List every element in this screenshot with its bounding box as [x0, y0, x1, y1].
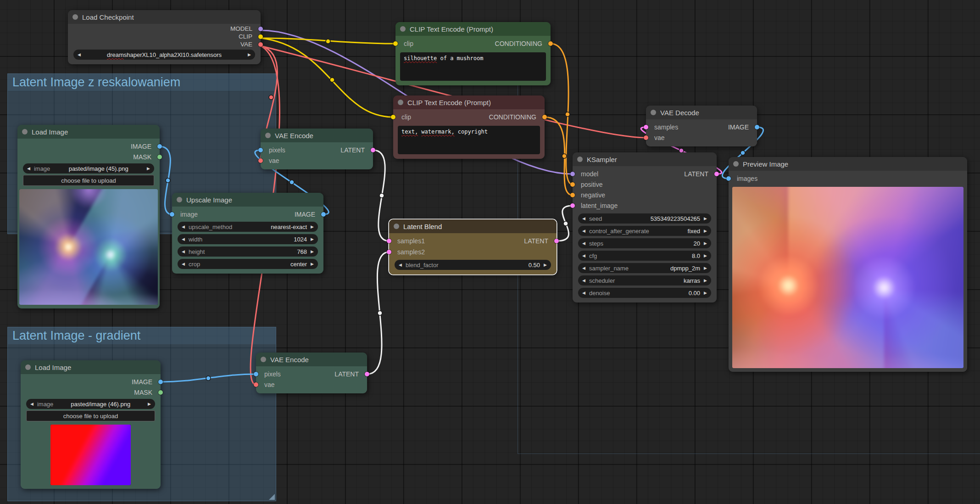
- node-load-image-1[interactable]: Load Image IMAGE MASK ◀ image pasted/ima…: [17, 125, 160, 308]
- slot-negative-input[interactable]: [570, 193, 575, 197]
- collapse-toggle-icon[interactable]: [72, 14, 78, 20]
- combo-right-arrow-icon[interactable]: ▶: [147, 166, 150, 171]
- combo-right-arrow-icon[interactable]: ▶: [704, 278, 707, 283]
- node-header[interactable]: Preview Image: [729, 157, 967, 171]
- combo-left-arrow-icon[interactable]: ◀: [182, 224, 185, 229]
- upscale-method-combo[interactable]: ◀ upscale_method nearest-exact ▶: [178, 222, 318, 232]
- slot-model-input[interactable]: [570, 172, 575, 176]
- slot-latent-output[interactable]: [365, 372, 369, 376]
- scheduler-combo[interactable]: ◀ scheduler karras ▶: [578, 275, 711, 286]
- collapse-toggle-icon[interactable]: [265, 133, 271, 138]
- slot-model-output[interactable]: [258, 27, 263, 31]
- combo-right-arrow-icon[interactable]: ▶: [311, 262, 314, 266]
- combo-left-arrow-icon[interactable]: ◀: [182, 237, 185, 241]
- slot-clip-input[interactable]: [393, 41, 398, 46]
- slot-pixels-input[interactable]: [254, 372, 258, 376]
- slot-latent-output[interactable]: [554, 239, 559, 243]
- slot-image-output[interactable]: [158, 380, 163, 384]
- node-header[interactable]: VAE Decode: [646, 106, 757, 119]
- combo-left-arrow-icon[interactable]: ◀: [582, 216, 585, 221]
- combo-left-arrow-icon[interactable]: ◀: [30, 402, 33, 406]
- combo-left-arrow-icon[interactable]: ◀: [582, 229, 585, 233]
- slot-latent-image-input[interactable]: [570, 203, 575, 208]
- slot-image-input[interactable]: [170, 212, 174, 217]
- node-header[interactable]: KSampler: [573, 152, 717, 166]
- combo-right-arrow-icon[interactable]: ▶: [248, 52, 251, 57]
- combo-left-arrow-icon[interactable]: ◀: [582, 266, 585, 270]
- slot-pixels-input[interactable]: [258, 148, 263, 152]
- slot-mask-output[interactable]: [158, 390, 163, 395]
- node-latent-blend[interactable]: Latent Blend samples1 LATENT samples2 ◀ …: [389, 219, 557, 274]
- node-header[interactable]: VAE Encode: [261, 129, 373, 142]
- wire-positive-conditioning[interactable]: [551, 44, 573, 185]
- combo-right-arrow-icon[interactable]: ▶: [148, 402, 151, 406]
- slot-clip-output[interactable]: [258, 34, 263, 39]
- combo-left-arrow-icon[interactable]: ◀: [582, 291, 585, 295]
- node-upscale-image[interactable]: Upscale Image image IMAGE ◀ upscale_meth…: [172, 193, 323, 274]
- choose-file-button[interactable]: choose file to upload: [23, 175, 154, 186]
- combo-right-arrow-icon[interactable]: ▶: [704, 266, 707, 270]
- wire-latent-to-blend1[interactable]: [373, 150, 389, 241]
- combo-right-arrow-icon[interactable]: ▶: [311, 224, 314, 229]
- node-ksampler[interactable]: KSampler model LATENT positive negative …: [573, 152, 717, 302]
- slot-vae-input[interactable]: [258, 158, 263, 163]
- group-title[interactable]: Latent Image - gradient: [8, 327, 276, 344]
- node-header[interactable]: Load Checkpoint: [68, 10, 261, 24]
- slot-image-output[interactable]: [157, 144, 162, 149]
- slot-images-input[interactable]: [726, 176, 731, 181]
- node-load-image-2[interactable]: Load Image IMAGE MASK ◀ image pasted/ima…: [21, 360, 161, 489]
- seed-stepper[interactable]: ◀ seed 535349223504265 ▶: [578, 213, 711, 224]
- slot-vae-output[interactable]: [258, 42, 263, 47]
- image-file-combo[interactable]: ◀ image pasted/image (46).png ▶: [26, 399, 155, 409]
- slot-image-output[interactable]: [321, 212, 326, 217]
- wire-blend-to-ksampler[interactable]: [557, 206, 573, 241]
- slot-samples-input[interactable]: [644, 125, 648, 129]
- combo-right-arrow-icon[interactable]: ▶: [311, 249, 314, 254]
- combo-left-arrow-icon[interactable]: ◀: [582, 241, 585, 246]
- combo-left-arrow-icon[interactable]: ◀: [582, 253, 585, 258]
- blend-factor-stepper[interactable]: ◀ blend_factor 0.50 ▶: [395, 260, 551, 270]
- cfg-stepper[interactable]: ◀ cfg 8.0 ▶: [578, 251, 711, 261]
- collapse-toggle-icon[interactable]: [577, 157, 583, 162]
- combo-left-arrow-icon[interactable]: ◀: [78, 52, 81, 57]
- slot-mask-output[interactable]: [157, 155, 162, 159]
- node-graph-canvas[interactable]: Latent Image z reskalowaniem Latent Imag…: [0, 0, 980, 504]
- combo-right-arrow-icon[interactable]: ▶: [704, 253, 707, 258]
- prompt-textarea[interactable]: silhouette of a mushroom: [400, 52, 546, 81]
- collapse-toggle-icon[interactable]: [177, 197, 182, 202]
- combo-right-arrow-icon[interactable]: ▶: [704, 241, 707, 246]
- slot-conditioning-output[interactable]: [542, 115, 547, 119]
- image-file-combo[interactable]: ◀ image pasted/image (45).png ▶: [23, 163, 154, 174]
- collapse-toggle-icon[interactable]: [651, 110, 656, 115]
- combo-left-arrow-icon[interactable]: ◀: [399, 263, 402, 267]
- collapse-toggle-icon[interactable]: [733, 161, 739, 167]
- sampler-name-combo[interactable]: ◀ sampler_name dpmpp_2m ▶: [578, 263, 711, 273]
- group-resize-handle[interactable]: [269, 494, 275, 500]
- node-header[interactable]: Upscale Image: [172, 193, 323, 207]
- control-after-generate-combo[interactable]: ◀ control_after_generate fixed ▶: [578, 226, 711, 236]
- slot-vae-input[interactable]: [254, 382, 258, 387]
- node-header[interactable]: CLIP Text Encode (Prompt): [393, 95, 545, 109]
- collapse-toggle-icon[interactable]: [22, 129, 28, 134]
- slot-vae-input[interactable]: [644, 135, 648, 140]
- denoise-stepper[interactable]: ◀ denoise 0.00 ▶: [578, 288, 711, 298]
- slot-samples2-input[interactable]: [387, 250, 391, 254]
- combo-right-arrow-icon[interactable]: ▶: [704, 229, 707, 233]
- collapse-toggle-icon[interactable]: [400, 26, 406, 32]
- slot-conditioning-output[interactable]: [548, 41, 553, 46]
- slot-positive-input[interactable]: [570, 182, 575, 187]
- choose-file-button[interactable]: choose file to upload: [26, 410, 155, 421]
- slot-clip-input[interactable]: [391, 115, 395, 119]
- collapse-toggle-icon[interactable]: [261, 357, 266, 362]
- node-vae-encode-2[interactable]: VAE Encode pixels LATENT vae: [256, 353, 367, 393]
- node-header[interactable]: Load Image: [17, 125, 160, 139]
- combo-left-arrow-icon[interactable]: ◀: [182, 262, 185, 266]
- wire-negative-conditioning[interactable]: [545, 117, 573, 195]
- combo-right-arrow-icon[interactable]: ▶: [544, 263, 547, 267]
- width-stepper[interactable]: ◀ width 1024 ▶: [178, 234, 318, 244]
- wire-latent-to-blend2[interactable]: [367, 252, 389, 374]
- node-preview-image[interactable]: Preview Image images: [729, 157, 967, 372]
- combo-left-arrow-icon[interactable]: ◀: [182, 249, 185, 254]
- node-vae-encode-1[interactable]: VAE Encode pixels LATENT vae: [261, 129, 373, 169]
- wire-clip-to-negative[interactable]: [261, 38, 393, 117]
